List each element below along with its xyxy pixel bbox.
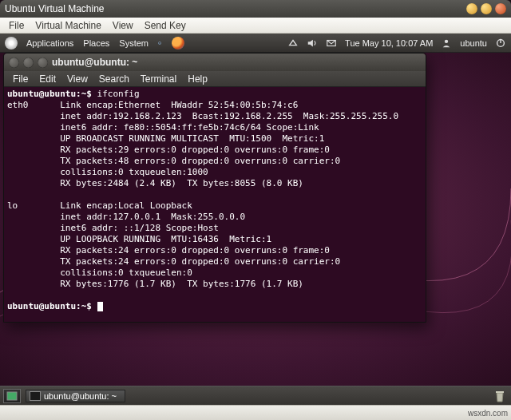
minimize-icon[interactable] (466, 3, 477, 14)
lo-line-3: UP LOOPBACK RUNNING MTU:16436 Metric:1 (60, 234, 271, 244)
terminal-menu-search[interactable]: Search (93, 73, 135, 85)
panel-applications[interactable]: Applications (22, 38, 77, 48)
vm-menu-file[interactable]: File (3, 20, 30, 31)
eth0-line-1: inet addr:192.168.2.123 Bcast:192.168.2.… (60, 111, 398, 121)
eth0-line-3: UP BROADCAST RUNNING MULTICAST MTU:1500 … (60, 133, 324, 144)
lo-line-0: Link encap:Local Loopback (60, 200, 192, 211)
terminal-title: ubuntu@ubuntu: ~ (52, 57, 137, 68)
terminal-body[interactable]: ubuntu@ubuntu:~$ ifconfig eth0 Link enca… (4, 87, 426, 322)
lo-line-4: RX packets:24 errors:0 dropped:0 overrun… (60, 245, 330, 256)
maximize-icon[interactable] (481, 3, 492, 14)
command-1: ifconfig (97, 89, 140, 99)
terminal-icon (30, 391, 41, 401)
terminal-window: ubuntu@ubuntu: ~ File Edit View Search T… (3, 53, 426, 323)
terminal-menu-file[interactable]: File (7, 73, 34, 85)
ubuntu-desktop: ubuntu@ubuntu: ~ File Edit View Search T… (0, 53, 511, 399)
iface-lo-label: lo (7, 200, 18, 211)
vm-menu-view[interactable]: View (107, 20, 139, 31)
ubuntu-bottom-panel: ubuntu@ubuntu: ~ (0, 386, 511, 405)
svg-rect-7 (496, 391, 504, 393)
eth0-line-2: inet6 addr: fe80::5054:ff:fe5b:74c6/64 S… (60, 122, 319, 133)
terminal-menu-view[interactable]: View (61, 73, 93, 85)
panel-system[interactable]: System (115, 38, 153, 48)
vm-menu-machine[interactable]: Virtual Machine (30, 20, 107, 31)
watermark: wsxdn.com (468, 409, 508, 418)
vm-menubar: File Virtual Machine View Send Key (0, 18, 511, 34)
lo-line-5: TX packets:24 errors:0 dropped:0 overrun… (60, 256, 340, 267)
lo-line-2: inet6 addr: ::1/128 Scope:Host (60, 223, 219, 233)
terminal-titlebar[interactable]: ubuntu@ubuntu: ~ (4, 53, 426, 71)
eth0-line-0: Link encap:Ethernet HWaddr 52:54:00:5b:7… (60, 100, 298, 110)
taskbar-item-label: ubuntu@ubuntu: ~ (44, 391, 117, 401)
user-icon[interactable] (441, 38, 452, 49)
eth0-line-6: collisions:0 txqueuelen:1000 (60, 167, 208, 177)
eth0-line-4: RX packets:29 errors:0 dropped:0 overrun… (60, 145, 330, 155)
terminal-minimize-icon[interactable] (23, 57, 34, 68)
vm-titlebar: Ubuntu Virtual Machine (0, 0, 511, 18)
lo-line-7: RX bytes:1776 (1.7 KB) TX bytes:1776 (1.… (60, 279, 303, 289)
terminal-maximize-icon[interactable] (38, 57, 48, 68)
vm-status-bar: wsxdn.com (0, 405, 511, 420)
terminal-menu-terminal[interactable]: Terminal (135, 73, 182, 85)
terminal-menu-help[interactable]: Help (182, 73, 213, 85)
terminal-menu-edit[interactable]: Edit (34, 73, 61, 85)
eth0-line-7: RX bytes:2484 (2.4 KB) TX bytes:8055 (8.… (60, 178, 303, 188)
svg-rect-6 (7, 392, 17, 400)
ubuntu-top-panel: Applications Places System ? Tue May 10,… (0, 34, 511, 53)
panel-places[interactable]: Places (79, 38, 113, 48)
prompt-2: ubuntu@ubuntu:~$ (7, 301, 97, 311)
taskbar-item-terminal[interactable]: ubuntu@ubuntu: ~ (26, 390, 125, 402)
network-icon[interactable] (287, 38, 299, 49)
lo-line-6: collisions:0 txqueuelen:0 (60, 267, 192, 278)
panel-username[interactable]: ubuntu (460, 38, 487, 48)
mail-icon[interactable] (326, 38, 337, 49)
trash-icon[interactable] (492, 389, 508, 403)
cursor-icon (97, 302, 103, 311)
panel-clock[interactable]: Tue May 10, 10:07 AM (345, 38, 433, 48)
prompt-1: ubuntu@ubuntu:~$ (7, 89, 97, 99)
vm-menu-sendkey[interactable]: Send Key (139, 20, 192, 31)
terminal-menubar: File Edit View Search Terminal Help (4, 71, 426, 87)
close-icon[interactable] (495, 3, 506, 14)
help-icon[interactable]: ? (154, 38, 165, 49)
iface-eth0-label: eth0 (7, 100, 29, 110)
firefox-icon[interactable] (172, 37, 184, 50)
vm-window-title: Ubuntu Virtual Machine (5, 3, 463, 14)
eth0-line-5: TX packets:48 errors:0 dropped:0 overrun… (60, 156, 340, 166)
terminal-close-icon[interactable] (9, 57, 19, 68)
show-desktop-button[interactable] (3, 389, 21, 403)
power-icon[interactable] (495, 38, 506, 49)
lo-line-1: inet addr:127.0.0.1 Mask:255.0.0.0 (60, 212, 245, 222)
svg-point-3 (445, 39, 448, 42)
volume-icon[interactable] (307, 38, 318, 49)
main-menu-icon[interactable] (5, 37, 18, 50)
